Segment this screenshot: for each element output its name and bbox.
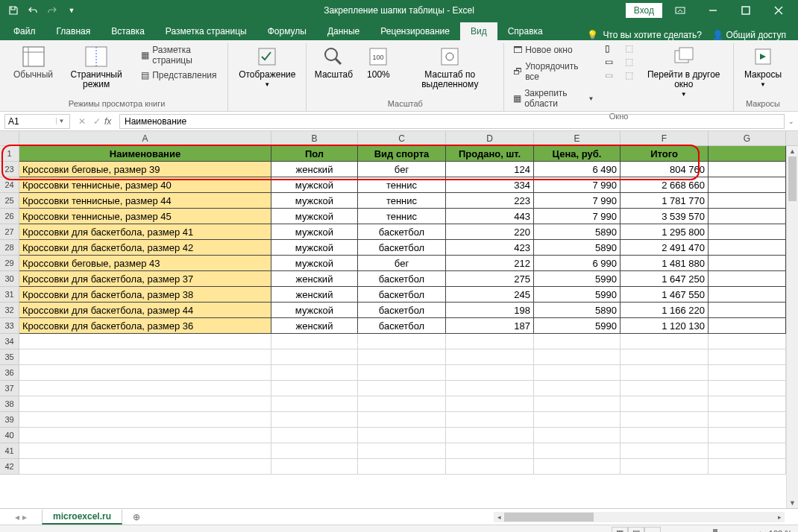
cell[interactable] xyxy=(271,349,358,365)
cell[interactable] xyxy=(709,209,786,224)
hscroll-thumb[interactable] xyxy=(504,513,594,522)
cell[interactable]: баскетбол xyxy=(358,287,446,303)
cell[interactable] xyxy=(271,443,358,459)
cell[interactable] xyxy=(709,459,786,475)
tab-file[interactable]: Файл xyxy=(3,22,46,40)
horizontal-scrollbar[interactable]: ◂ ▸ xyxy=(494,512,785,522)
cell[interactable]: 6 490 xyxy=(534,162,621,177)
macros-button[interactable]: Макросы▼ xyxy=(740,43,786,91)
cell[interactable]: Кроссовки для баскетбола, размер 41 xyxy=(19,224,271,240)
cell[interactable]: 223 xyxy=(446,193,534,209)
select-all-corner[interactable] xyxy=(0,131,19,145)
cell[interactable]: Кроссовки для баскетбола, размер 38 xyxy=(19,287,271,303)
cell[interactable]: баскетбол xyxy=(358,224,446,240)
cell[interactable]: Кроссовки теннисные, размер 45 xyxy=(19,209,271,224)
cell[interactable]: Итого xyxy=(621,146,709,162)
cell[interactable] xyxy=(709,271,786,287)
row-header[interactable]: 25 xyxy=(0,193,19,209)
undo-icon[interactable] xyxy=(25,3,40,18)
cell[interactable]: 2 491 470 xyxy=(621,240,709,256)
cell[interactable] xyxy=(446,396,534,412)
row-header[interactable]: 1 xyxy=(0,146,19,162)
cell[interactable]: 275 xyxy=(446,271,534,287)
zoom-level[interactable]: 100 % xyxy=(769,529,792,533)
cell[interactable] xyxy=(709,224,786,240)
row-header[interactable]: 39 xyxy=(0,412,19,428)
cell[interactable] xyxy=(358,334,446,349)
cell[interactable] xyxy=(534,365,621,381)
scroll-up-icon[interactable]: ▲ xyxy=(787,146,798,156)
cell[interactable] xyxy=(621,428,709,443)
sheet-nav-prev-icon[interactable]: ◂ xyxy=(15,512,19,522)
cell[interactable]: 198 xyxy=(446,303,534,318)
col-header-G[interactable]: G xyxy=(709,131,786,145)
cell[interactable]: бег xyxy=(358,256,446,271)
scroll-right-icon[interactable]: ▸ xyxy=(774,512,785,522)
cell[interactable] xyxy=(271,334,358,349)
row-header[interactable]: 29 xyxy=(0,256,19,271)
cell[interactable]: баскетбол xyxy=(358,271,446,287)
share-button[interactable]: 👤 Общий доступ xyxy=(712,30,786,40)
cell[interactable]: баскетбол xyxy=(358,318,446,334)
vscroll-thumb[interactable] xyxy=(788,156,797,201)
cell[interactable]: Кроссовки теннисные, размер 40 xyxy=(19,177,271,193)
tell-me[interactable]: 💡 Что вы хотите сделать? xyxy=(587,30,702,40)
cell[interactable]: 7 990 xyxy=(534,209,621,224)
cell[interactable]: мужской xyxy=(271,193,358,209)
sync-scroll-icon[interactable]: ⬚ xyxy=(625,57,633,67)
tab-insert[interactable]: Вставка xyxy=(101,22,155,40)
cell[interactable]: мужской xyxy=(271,256,358,271)
cell[interactable] xyxy=(709,396,786,412)
cell[interactable] xyxy=(19,443,271,459)
cell[interactable] xyxy=(709,365,786,381)
cell[interactable] xyxy=(358,459,446,475)
cell[interactable]: Наименование xyxy=(19,146,271,162)
row-header[interactable]: 41 xyxy=(0,443,19,459)
cell[interactable]: мужской xyxy=(271,303,358,318)
cell[interactable] xyxy=(534,334,621,349)
status-normal-view-icon[interactable]: ▦ xyxy=(612,527,628,533)
cell[interactable] xyxy=(358,349,446,365)
cell[interactable]: Кроссовки для баскетбола, размер 44 xyxy=(19,303,271,318)
col-header-C[interactable]: C xyxy=(358,131,446,145)
cell[interactable] xyxy=(446,381,534,396)
cell[interactable] xyxy=(534,443,621,459)
ribbon-options-icon[interactable] xyxy=(665,0,695,21)
sheet-nav-next-icon[interactable]: ▸ xyxy=(22,512,27,522)
cell[interactable] xyxy=(709,349,786,365)
scroll-down-icon[interactable]: ▼ xyxy=(787,498,798,508)
cell[interactable]: Вид спорта xyxy=(358,146,446,162)
cell[interactable] xyxy=(534,396,621,412)
cell[interactable] xyxy=(709,303,786,318)
arrange-all-button[interactable]: 🗗Упорядочить все xyxy=(510,60,597,83)
cell[interactable]: Кроссовки теннисные, размер 44 xyxy=(19,193,271,209)
row-header[interactable]: 33 xyxy=(0,318,19,334)
cell[interactable]: Кроссовки беговые, размер 43 xyxy=(19,256,271,271)
cell[interactable]: 5990 xyxy=(534,287,621,303)
cell[interactable]: баскетбол xyxy=(358,303,446,318)
expand-formula-icon[interactable]: ⌄ xyxy=(785,118,798,125)
cell[interactable] xyxy=(271,428,358,443)
cell[interactable] xyxy=(271,381,358,396)
vertical-scrollbar[interactable]: ▲ ▼ xyxy=(786,146,798,508)
add-sheet-button[interactable]: ⊕ xyxy=(128,509,145,525)
zoom-button[interactable]: Масштаб xyxy=(312,43,354,81)
cell[interactable] xyxy=(709,381,786,396)
cell[interactable] xyxy=(358,443,446,459)
maximize-icon[interactable] xyxy=(731,0,761,21)
cell[interactable]: 2 668 660 xyxy=(621,177,709,193)
switch-windows-button[interactable]: Перейти в другое окно▼ xyxy=(641,43,727,101)
cell[interactable]: 124 xyxy=(446,162,534,177)
cell[interactable]: 1 467 550 xyxy=(621,287,709,303)
cell[interactable] xyxy=(446,428,534,443)
pagebreak-view-button[interactable]: Страничный режим xyxy=(57,43,135,91)
cell[interactable] xyxy=(19,349,271,365)
reset-pos-icon[interactable]: ⬚ xyxy=(625,70,633,80)
cell[interactable] xyxy=(709,256,786,271)
row-header[interactable]: 35 xyxy=(0,349,19,365)
cell[interactable]: 6 990 xyxy=(534,256,621,271)
cell[interactable] xyxy=(358,381,446,396)
cell[interactable]: мужской xyxy=(271,240,358,256)
tab-review[interactable]: Рецензирование xyxy=(370,22,460,40)
cell[interactable]: 1 120 130 xyxy=(621,318,709,334)
